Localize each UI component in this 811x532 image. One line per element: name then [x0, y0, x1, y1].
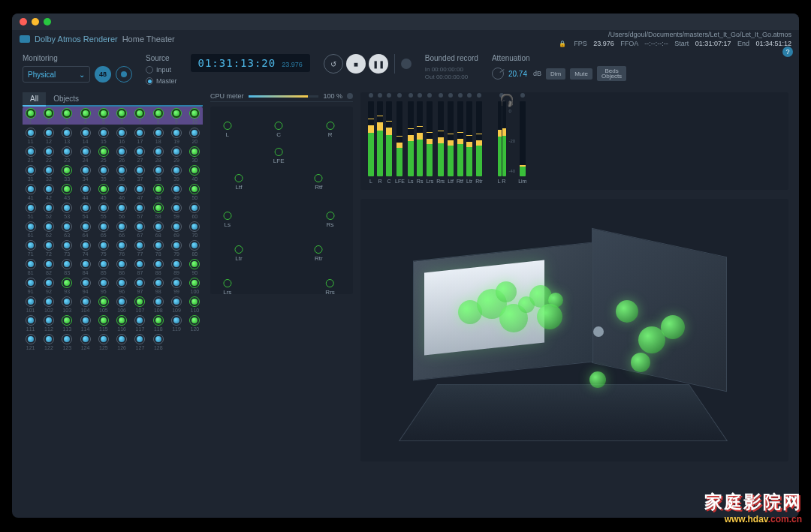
- object-37[interactable]: 37: [132, 165, 148, 182]
- rewind-button[interactable]: ↺: [324, 54, 343, 74]
- object-76[interactable]: 76: [113, 240, 129, 257]
- monitoring-badge[interactable]: 48: [95, 66, 111, 83]
- record-button[interactable]: [401, 59, 412, 69]
- object-119[interactable]: 119: [168, 315, 184, 332]
- object-38[interactable]: 38: [150, 165, 166, 182]
- object-34[interactable]: 34: [77, 165, 93, 182]
- object-118[interactable]: 118: [150, 315, 166, 332]
- object-32[interactable]: 32: [41, 165, 56, 182]
- object-122[interactable]: 122: [41, 334, 56, 350]
- object-101[interactable]: 101: [23, 296, 38, 313]
- object-23[interactable]: 23: [59, 146, 75, 163]
- object-83[interactable]: 83: [59, 259, 75, 275]
- object-57[interactable]: 57: [132, 203, 148, 219]
- object-120[interactable]: 120: [187, 315, 203, 332]
- object-93[interactable]: 93: [59, 278, 75, 294]
- object-49[interactable]: 49: [168, 184, 184, 200]
- object-85[interactable]: 85: [95, 259, 111, 275]
- room-3d-view[interactable]: [360, 199, 788, 461]
- object-59[interactable]: 59: [168, 203, 184, 219]
- object-52[interactable]: 52: [41, 203, 56, 219]
- object-80[interactable]: 80: [187, 240, 203, 257]
- object-16[interactable]: 16: [113, 128, 129, 144]
- mute-button[interactable]: Mute: [570, 68, 592, 80]
- object-89[interactable]: 89: [168, 259, 184, 275]
- object-12[interactable]: 12: [41, 128, 56, 144]
- object-40[interactable]: 40: [187, 165, 203, 182]
- object-79[interactable]: 79: [168, 240, 184, 257]
- object-82[interactable]: 82: [41, 259, 56, 275]
- object-84[interactable]: 84: [77, 259, 93, 275]
- object-48[interactable]: 48: [150, 184, 166, 200]
- object-44[interactable]: 44: [77, 184, 93, 200]
- bed-5[interactable]: 5: [95, 108, 111, 125]
- object-45[interactable]: 45: [95, 184, 111, 200]
- tab-all[interactable]: All: [23, 92, 46, 107]
- object-29[interactable]: 29: [168, 146, 184, 163]
- object-121[interactable]: 121: [23, 334, 38, 350]
- object-75[interactable]: 75: [95, 240, 111, 257]
- object-20[interactable]: 20: [187, 128, 203, 144]
- object-98[interactable]: 98: [150, 278, 166, 294]
- object-100[interactable]: 100: [187, 278, 203, 294]
- object-128[interactable]: 128: [150, 334, 166, 350]
- object-61[interactable]: 61: [23, 221, 38, 238]
- pause-button[interactable]: ❚❚: [369, 54, 388, 74]
- bed-7[interactable]: 7: [132, 108, 148, 125]
- object-116[interactable]: 116: [113, 315, 129, 332]
- object-90[interactable]: 90: [187, 259, 203, 275]
- object-39[interactable]: 39: [168, 165, 184, 182]
- object-102[interactable]: 102: [41, 296, 56, 313]
- object-46[interactable]: 46: [113, 184, 129, 200]
- object-41[interactable]: 41: [23, 184, 38, 200]
- object-27[interactable]: 27: [132, 146, 148, 163]
- bed-4[interactable]: 4: [77, 108, 93, 125]
- object-68[interactable]: 68: [150, 221, 166, 238]
- object-55[interactable]: 55: [95, 203, 111, 219]
- object-53[interactable]: 53: [59, 203, 75, 219]
- object-97[interactable]: 97: [132, 278, 148, 294]
- object-108[interactable]: 108: [150, 296, 166, 313]
- object-54[interactable]: 54: [77, 203, 93, 219]
- bed-3[interactable]: 3: [59, 108, 75, 125]
- bed-1[interactable]: 1: [23, 108, 38, 125]
- object-67[interactable]: 67: [132, 221, 148, 238]
- object-99[interactable]: 99: [168, 278, 184, 294]
- object-24[interactable]: 24: [77, 146, 93, 163]
- object-65[interactable]: 65: [95, 221, 111, 238]
- object-124[interactable]: 124: [77, 334, 93, 350]
- tab-objects[interactable]: Objects: [46, 92, 86, 105]
- beds-objects-button[interactable]: BedsObjects: [597, 66, 626, 81]
- object-50[interactable]: 50: [187, 184, 203, 200]
- object-43[interactable]: 43: [59, 184, 75, 200]
- object-71[interactable]: 71: [23, 240, 38, 257]
- object-58[interactable]: 58: [150, 203, 166, 219]
- bed-8[interactable]: 8: [150, 108, 166, 125]
- object-127[interactable]: 127: [132, 334, 148, 350]
- object-123[interactable]: 123: [59, 334, 75, 350]
- help-button[interactable]: ?: [782, 47, 793, 57]
- object-14[interactable]: 14: [77, 128, 93, 144]
- source-input-radio[interactable]: Input: [146, 66, 177, 74]
- object-117[interactable]: 117: [132, 315, 148, 332]
- object-31[interactable]: 31: [23, 165, 38, 182]
- object-111[interactable]: 111: [23, 315, 38, 332]
- object-66[interactable]: 66: [113, 221, 129, 238]
- object-112[interactable]: 112: [41, 315, 56, 332]
- object-110[interactable]: 110: [187, 296, 203, 313]
- object-95[interactable]: 95: [95, 278, 111, 294]
- object-86[interactable]: 86: [113, 259, 129, 275]
- object-56[interactable]: 56: [113, 203, 129, 219]
- object-73[interactable]: 73: [59, 240, 75, 257]
- bed-6[interactable]: 6: [113, 108, 129, 125]
- dim-button[interactable]: Dim: [546, 68, 565, 80]
- object-72[interactable]: 72: [41, 240, 56, 257]
- object-47[interactable]: 47: [132, 184, 148, 200]
- object-81[interactable]: 81: [23, 259, 38, 275]
- object-17[interactable]: 17: [132, 128, 148, 144]
- object-18[interactable]: 18: [150, 128, 166, 144]
- object-13[interactable]: 13: [59, 128, 75, 144]
- object-21[interactable]: 21: [23, 146, 38, 163]
- object-11[interactable]: 11: [23, 128, 38, 144]
- object-28[interactable]: 28: [150, 146, 166, 163]
